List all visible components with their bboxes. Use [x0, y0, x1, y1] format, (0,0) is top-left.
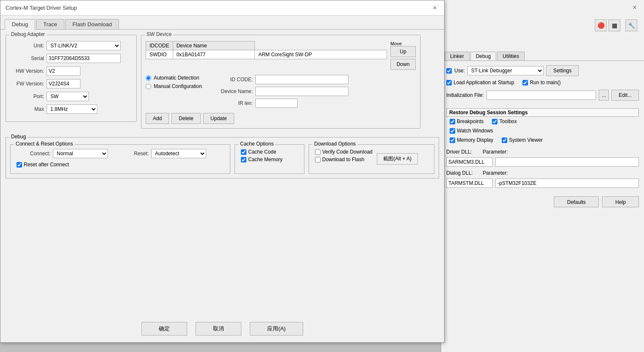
move-down-button[interactable]: Down — [390, 59, 416, 70]
manual-config-radio[interactable] — [146, 84, 151, 89]
watch-windows-checkbox[interactable] — [450, 128, 455, 134]
cache-code-row: Cache Code — [241, 149, 298, 155]
move-label: Move — [390, 41, 416, 46]
system-viewer-item: System Viewer — [502, 137, 543, 143]
memory-display-item: Memory Display — [450, 137, 493, 143]
toolbar-wrench-icon[interactable]: 🔧 — [625, 19, 637, 31]
serial-input[interactable] — [47, 54, 121, 63]
connect-reset-title: Connect & Reset Options — [14, 141, 75, 147]
toolbar-grid-icon[interactable]: ▦ — [608, 19, 620, 31]
detection-section: Automatic Detection Manual Configuration… — [146, 75, 416, 124]
driver-dll-input[interactable] — [446, 157, 493, 167]
load-app-checkbox[interactable] — [446, 80, 452, 85]
debug-group-title: Debug — [9, 134, 28, 140]
toolbox-item: Toolbox — [492, 118, 517, 124]
driver-dll-value-row — [446, 157, 639, 167]
cache-code-checkbox[interactable] — [241, 149, 246, 155]
port-row: Port: SW JTAG — [10, 92, 132, 101]
max-select[interactable]: 1.8MHz 4MHz 8MHz — [47, 104, 97, 114]
breakpoints-checkbox[interactable] — [450, 119, 455, 124]
tab-utilities[interactable]: Utilities — [497, 52, 525, 60]
tab-linker[interactable]: Linker — [445, 52, 470, 60]
tab-debug-main[interactable]: Debug — [5, 19, 35, 30]
dialog-dll-input[interactable] — [446, 179, 493, 188]
driver-param-input[interactable] — [495, 157, 639, 167]
use-checkbox[interactable] — [446, 68, 452, 74]
right-panel-tabs: Linker Debug Utilities — [441, 49, 644, 61]
right-panel-content: Use: ST-Link Debugger Settings Load Appl… — [441, 61, 644, 212]
dialog-content: Debug Adapter Unit: ST-LINK/V2 Serial HW… — [0, 30, 444, 184]
dialog-dll-label: Dialog DLL: — [446, 170, 480, 176]
right-panel-close[interactable]: × — [630, 3, 639, 12]
verify-code-checkbox[interactable] — [315, 149, 321, 155]
fw-version-input[interactable] — [47, 79, 80, 88]
right-panel: × 🔴 ▦ 🔧 Linker Debug Utilities Use: ST-L… — [441, 0, 644, 352]
reset-select[interactable]: Autodetect — [151, 149, 206, 158]
dialog-dll-section: Dialog DLL: Parameter: — [446, 170, 639, 188]
unit-label: Unit: — [10, 43, 44, 49]
system-viewer-checkbox[interactable] — [502, 138, 507, 143]
init-file-row: Initialization File: ... Edit... — [446, 90, 639, 101]
browse-button[interactable]: ... — [599, 90, 609, 101]
connect-label: Connect: — [17, 151, 50, 157]
fw-version-row: FW Version: — [10, 79, 132, 88]
edit-button[interactable]: Edit... — [611, 90, 639, 101]
device-name-field-row: Device Name: — [219, 87, 348, 96]
hw-version-input[interactable] — [47, 66, 80, 76]
update-button[interactable]: Update — [203, 113, 234, 124]
download-to-flash-checkbox[interactable] — [315, 157, 321, 162]
toolbox-label: Toolbox — [499, 118, 517, 124]
device-name-input[interactable] — [255, 87, 348, 96]
breakpoints-item: Breakpoints — [450, 118, 484, 124]
close-button[interactable]: × — [431, 4, 439, 12]
dialog-param-label: Parameter: — [483, 170, 517, 176]
col-idcode: IDCODE — [146, 41, 173, 50]
toolbar-red-icon[interactable]: 🔴 — [595, 19, 607, 31]
cache-memory-checkbox[interactable] — [241, 157, 246, 162]
help-button[interactable]: Help — [602, 196, 639, 207]
device-name-field-label: Device Name: — [219, 88, 253, 94]
screenshot-button[interactable]: 截图(Alt + A) — [377, 153, 418, 165]
tab-flash-main[interactable]: Flash Download — [65, 19, 119, 29]
load-app-label: Load Application at Startup — [453, 80, 514, 85]
defaults-button[interactable]: Defaults — [554, 196, 599, 207]
ir-len-label: IR len: — [219, 100, 253, 106]
add-button[interactable]: Add — [146, 113, 169, 124]
load-app-row: Load Application at Startup Run to main(… — [446, 80, 639, 85]
dialog-param-input[interactable] — [495, 179, 639, 188]
apply-button[interactable]: 应用(A) — [250, 322, 303, 336]
driver-dll-section: Driver DLL: Parameter: — [446, 149, 639, 167]
cancel-button[interactable]: 取消 — [196, 322, 241, 336]
connect-select[interactable]: Normal — [53, 149, 108, 158]
confirm-button[interactable]: 确定 — [141, 322, 187, 336]
manual-config-label: Manual Configuration — [154, 83, 202, 89]
unit-select[interactable]: ST-LINK/V2 — [47, 41, 121, 50]
tab-trace-main[interactable]: Trace — [36, 19, 64, 29]
memory-display-row: Memory Display System Viewer — [450, 137, 639, 143]
dialog-dll-value-row — [446, 179, 639, 188]
table-row[interactable]: SWDIO 0x1BA01477 ARM CoreSight SW-DP — [146, 50, 387, 59]
auto-detect-radio[interactable] — [146, 75, 151, 81]
init-file-input[interactable] — [486, 91, 597, 100]
download-to-flash-label: Download to Flash — [322, 157, 364, 162]
hw-version-row: HW Version: — [10, 66, 132, 76]
watch-windows-label: Watch Windows — [457, 128, 493, 134]
id-code-input[interactable] — [255, 75, 348, 84]
serial-row: Serial — [10, 54, 132, 63]
settings-button[interactable]: Settings — [546, 65, 579, 76]
tab-debug[interactable]: Debug — [470, 52, 496, 60]
port-select[interactable]: SW JTAG — [47, 92, 89, 101]
move-up-button[interactable]: Up — [390, 46, 416, 57]
breakpoints-toolbox-row: Breakpoints Toolbox — [450, 118, 639, 124]
run-to-main-label: Run to main() — [530, 80, 561, 85]
row-device: ARM CoreSight SW-DP — [255, 50, 387, 59]
driver-param-label: Parameter: — [483, 149, 517, 155]
run-to-main-checkbox[interactable] — [522, 80, 528, 85]
memory-display-checkbox[interactable] — [450, 138, 455, 143]
delete-button[interactable]: Delete — [171, 113, 201, 124]
reset-after-connect-checkbox[interactable] — [17, 162, 22, 168]
ir-len-input[interactable] — [255, 99, 298, 108]
toolbox-checkbox[interactable] — [492, 119, 498, 124]
use-select[interactable]: ST-Link Debugger — [467, 66, 544, 75]
verify-code-label: Verify Code Download — [322, 149, 373, 155]
